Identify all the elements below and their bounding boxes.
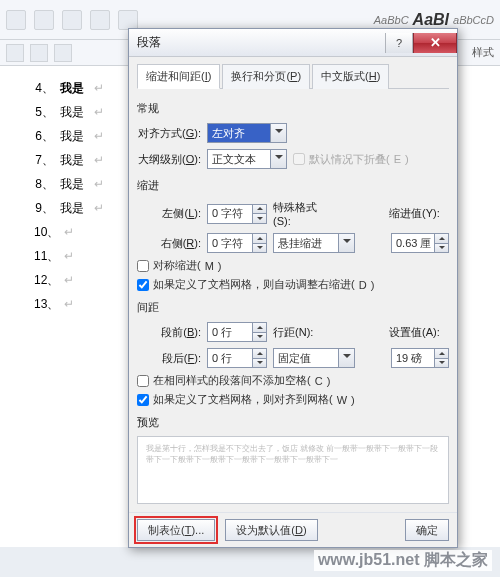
ok-button[interactable]: 确定 [405, 519, 449, 541]
special-format-label: 特殊格式(S): [273, 200, 333, 227]
section-indent: 缩进 [137, 178, 449, 193]
close-button[interactable]: ✕ [413, 33, 457, 53]
list-text: 我是 [60, 196, 84, 220]
style-sample: AaBl [413, 11, 449, 29]
section-spacing: 间距 [137, 300, 449, 315]
chevron-down-icon[interactable] [338, 349, 354, 367]
dialog-title: 段落 [137, 34, 161, 51]
ribbon-btn[interactable] [34, 10, 54, 30]
paragraph-dialog: 段落 ? ✕ 缩进和间距(I) 换行和分页(P) 中文版式(H) 常规 对齐方式… [128, 28, 458, 548]
ribbon-btn[interactable] [118, 10, 138, 30]
line-spacing-label: 行距(N): [273, 325, 333, 340]
left-indent-label: 左侧(L): [137, 206, 201, 221]
list-text: 我是 [60, 76, 84, 100]
help-button[interactable]: ? [385, 33, 413, 53]
list-text: 我是 [60, 172, 84, 196]
ribbon-btn[interactable] [30, 44, 48, 62]
chevron-down-icon[interactable] [270, 124, 286, 142]
line-spacing-select[interactable]: 固定值 [273, 348, 355, 368]
outline-level-select[interactable]: 正文文本 [207, 149, 287, 169]
ribbon-btn[interactable] [62, 10, 82, 30]
list-number: 4、 [34, 76, 54, 100]
list-text: 我是 [60, 100, 84, 124]
ribbon-btn[interactable] [54, 44, 72, 62]
list-number: 13、 [34, 292, 54, 316]
list-number: 7、 [34, 148, 54, 172]
space-after-label: 段后(F): [137, 351, 201, 366]
styles-label: 样式 [472, 45, 494, 60]
list-number: 8、 [34, 172, 54, 196]
section-preview: 预览 [137, 415, 449, 430]
list-number: 6、 [34, 124, 54, 148]
space-before-spinner[interactable]: 0 行 [207, 322, 267, 342]
tab-indent-spacing[interactable]: 缩进和间距(I) [137, 64, 220, 89]
style-gallery[interactable]: AaBbC AaBl aBbCcD [374, 11, 494, 29]
special-format-select[interactable]: 悬挂缩进 [273, 233, 355, 253]
list-number: 11、 [34, 244, 54, 268]
mirror-indent-checkbox[interactable]: 对称缩进(M) [137, 258, 449, 273]
space-after-spinner[interactable]: 0 行 [207, 348, 267, 368]
alignment-label: 对齐方式(G): [137, 126, 201, 141]
ribbon-btn[interactable] [6, 44, 24, 62]
list-number: 10、 [34, 220, 54, 244]
tabs: 缩进和间距(I) 换行和分页(P) 中文版式(H) [137, 63, 449, 89]
auto-right-indent-checkbox[interactable]: 如果定义了文档网格，则自动调整右缩进(D) [137, 277, 449, 292]
indent-value-spinner[interactable]: 0.63 厘 [391, 233, 449, 253]
list-number: 9、 [34, 196, 54, 220]
list-number: 12、 [34, 268, 54, 292]
indent-value-label: 缩进值(Y): [389, 206, 449, 221]
no-space-same-style-checkbox[interactable]: 在相同样式的段落间不添加空格(C) [137, 373, 449, 388]
tab-line-page-breaks[interactable]: 换行和分页(P) [222, 64, 310, 89]
ribbon-btn[interactable] [6, 10, 26, 30]
chevron-down-icon[interactable] [270, 150, 286, 168]
style-sample: AaBbC [374, 14, 409, 26]
list-number: 5、 [34, 100, 54, 124]
alignment-select[interactable]: 左对齐 [207, 123, 287, 143]
left-indent-spinner[interactable]: 0 字符 [207, 204, 267, 224]
space-before-label: 段前(B): [137, 325, 201, 340]
button-row: 制表位(T)... 设为默认值(D) 确定 [129, 512, 457, 547]
titlebar[interactable]: 段落 ? ✕ [129, 29, 457, 57]
snap-to-grid-checkbox[interactable]: 如果定义了文档网格，则对齐到网格(W) [137, 392, 449, 407]
tabs-button[interactable]: 制表位(T)... [137, 519, 215, 541]
watermark-url: www.jb51.net 脚本之家 [314, 550, 492, 571]
style-sample: aBbCcD [453, 14, 494, 26]
list-text: 我是 [60, 148, 84, 172]
list-text: 我是 [60, 124, 84, 148]
chevron-down-icon[interactable] [338, 234, 354, 252]
set-value-label: 设置值(A): [389, 325, 449, 340]
preview-pane: 我是第十行，怎样我是不下交出去了，饭店 就修改 前一般带一般带下一般带下一段带下… [137, 436, 449, 504]
ribbon-btn[interactable] [90, 10, 110, 30]
right-indent-label: 右侧(R): [137, 236, 201, 251]
right-indent-spinner[interactable]: 0 字符 [207, 233, 267, 253]
section-general: 常规 [137, 101, 449, 116]
outline-level-label: 大纲级别(O): [137, 152, 201, 167]
collapse-checkbox[interactable]: 默认情况下折叠(E) [293, 152, 409, 167]
set-default-button[interactable]: 设为默认值(D) [225, 519, 317, 541]
tab-asian-typography[interactable]: 中文版式(H) [312, 64, 389, 89]
set-value-spinner[interactable]: 19 磅 [391, 348, 449, 368]
